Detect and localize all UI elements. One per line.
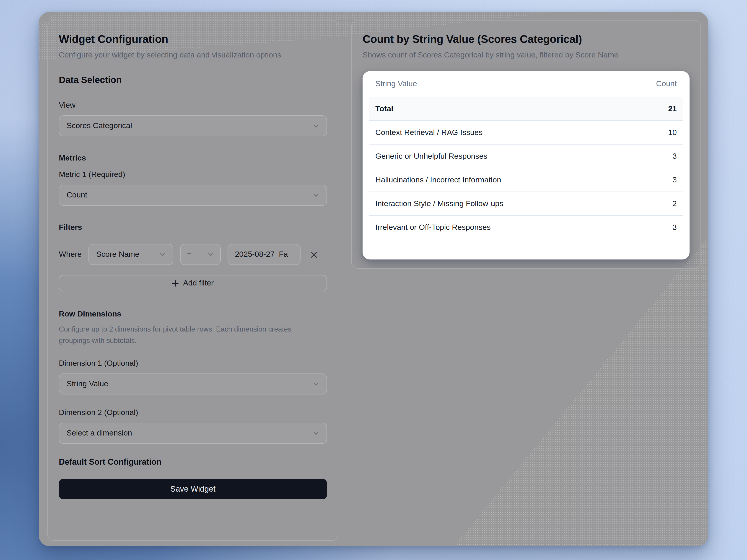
row-count: 3 — [672, 223, 677, 232]
table-row: Interaction Style / Missing Follow-ups 2 — [369, 192, 683, 216]
data-selection-heading: Data Selection — [59, 75, 327, 85]
dimension1-label: Dimension 1 (Optional) — [59, 359, 327, 368]
table-row: Hallucinations / Incorrect Information 3 — [369, 168, 683, 192]
filter-row: Where Score Name = 2025-08-27_Fa — [59, 244, 327, 265]
chevron-down-icon — [207, 251, 214, 258]
widget-config-dialog: Widget Configuration Configure your widg… — [39, 12, 708, 546]
metric1-select[interactable]: Count — [59, 185, 327, 206]
preview-subtitle: Shows count of Scores Categorical by str… — [363, 49, 690, 61]
save-widget-button[interactable]: Save Widget — [59, 479, 327, 499]
view-label: View — [59, 101, 327, 110]
row-label: Interaction Style / Missing Follow-ups — [375, 199, 503, 208]
row-label: Context Retrieval / RAG Issues — [375, 128, 483, 137]
table-row: Irrelevant or Off-Topic Responses 3 — [369, 216, 683, 239]
dimension2-label: Dimension 2 (Optional) — [59, 408, 327, 417]
filter-column-select[interactable]: Score Name — [88, 244, 173, 265]
preview-panel: Count by String Value (Scores Categorica… — [351, 20, 701, 269]
view-select-value: Scores Categorical — [67, 121, 132, 130]
row-count: 3 — [672, 175, 677, 184]
filter-value-input[interactable]: 2025-08-27_Fa — [228, 244, 301, 265]
dimension2-select[interactable]: Select a dimension — [59, 423, 327, 444]
table-row: Generic or Unhelpful Responses 3 — [369, 145, 683, 168]
chevron-down-icon — [313, 430, 319, 436]
filters-heading: Filters — [59, 223, 327, 232]
preview-title: Count by String Value (Scores Categorica… — [363, 32, 690, 46]
chevron-down-icon — [313, 192, 319, 198]
chevron-down-icon — [313, 381, 319, 387]
remove-filter-button[interactable] — [307, 248, 320, 261]
column-header-count: Count — [656, 79, 677, 88]
dimension1-select-value: String Value — [67, 379, 108, 388]
table-row: Context Retrieval / RAG Issues 10 — [369, 121, 683, 145]
row-label: Generic or Unhelpful Responses — [375, 152, 487, 161]
row-dimensions-description: Configure up to 2 dimensions for pivot t… — [59, 323, 321, 346]
plus-icon — [172, 280, 179, 287]
total-count: 21 — [668, 104, 677, 113]
filter-operator-select[interactable]: = — [180, 244, 221, 265]
column-header-string-value: String Value — [375, 79, 417, 88]
filter-where-label: Where — [59, 250, 82, 259]
default-sort-heading: Default Sort Configuration — [59, 457, 327, 467]
row-count: 2 — [672, 199, 677, 208]
total-label: Total — [375, 104, 393, 113]
metric1-select-value: Count — [67, 190, 87, 200]
chevron-down-icon — [313, 123, 319, 129]
metrics-heading: Metrics — [59, 154, 327, 163]
row-count: 3 — [672, 152, 677, 161]
row-label: Hallucinations / Incorrect Information — [375, 175, 501, 184]
chevron-down-icon — [159, 251, 165, 258]
preview-table-card: String Value Count Total 21 Context Retr… — [363, 71, 690, 259]
row-count: 10 — [668, 128, 677, 137]
filter-column-value: Score Name — [96, 250, 139, 259]
close-icon — [310, 251, 318, 258]
app-background: Widget Configuration Configure your widg… — [0, 0, 747, 560]
config-subtitle: Configure your widget by selecting data … — [59, 49, 298, 61]
metric1-label: Metric 1 (Required) — [59, 170, 327, 179]
row-dimensions-heading: Row Dimensions — [59, 310, 327, 319]
dimension2-select-value: Select a dimension — [67, 429, 132, 438]
config-panel: Widget Configuration Configure your widg… — [47, 20, 338, 541]
dimension1-select[interactable]: String Value — [59, 374, 327, 394]
table-header-row: String Value Count — [369, 71, 683, 97]
add-filter-label: Add filter — [183, 279, 214, 288]
add-filter-button[interactable]: Add filter — [59, 275, 327, 291]
filter-operator-value: = — [187, 250, 191, 259]
view-select[interactable]: Scores Categorical — [59, 116, 327, 136]
row-label: Irrelevant or Off-Topic Responses — [375, 223, 491, 232]
table-total-row: Total 21 — [369, 97, 683, 121]
config-title: Widget Configuration — [59, 32, 327, 46]
